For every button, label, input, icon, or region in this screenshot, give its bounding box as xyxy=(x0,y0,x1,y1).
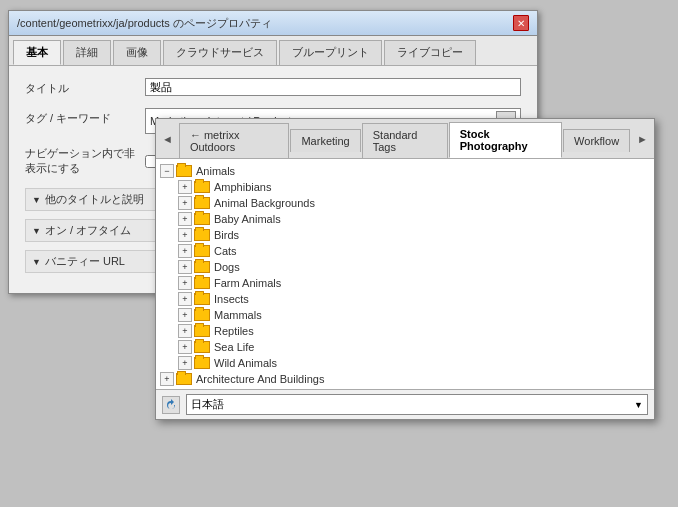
folder-icon-mammals xyxy=(194,309,210,321)
folder-icon-dogs xyxy=(194,261,210,273)
folder-icon-animal-backgrounds xyxy=(194,197,210,209)
expander-arrow: ▼ xyxy=(32,195,41,205)
tree-item-cats[interactable]: + Cats xyxy=(156,243,654,259)
folder-icon-cats xyxy=(194,245,210,257)
folder-icon-insects xyxy=(194,293,210,305)
dialog-titlebar: /content/geometrixx/ja/products のページプロパテ… xyxy=(9,11,537,36)
tree-label-animal-backgrounds: Animal Backgrounds xyxy=(214,197,315,209)
tree-label-animals: Animals xyxy=(196,165,235,177)
tree-label-architecture: Architecture And Buildings xyxy=(196,373,324,385)
expand-reptiles[interactable]: + xyxy=(178,324,192,338)
tree-item-architecture[interactable]: + Architecture And Buildings xyxy=(156,371,654,387)
expand-animal-backgrounds[interactable]: + xyxy=(178,196,192,210)
tab-livecopy[interactable]: ライブコピー xyxy=(384,40,476,65)
expand-cats[interactable]: + xyxy=(178,244,192,258)
language-value: 日本語 xyxy=(191,397,634,412)
tree-item-baby-animals[interactable]: + Baby Animals xyxy=(156,211,654,227)
folder-icon-wild-animals xyxy=(194,357,210,369)
picker-tab-outdoors[interactable]: ← metrixx Outdoors xyxy=(179,123,290,158)
expand-birds[interactable]: + xyxy=(178,228,192,242)
tree-item-mammals[interactable]: + Mammals xyxy=(156,307,654,323)
language-dropdown-arrow: ▼ xyxy=(634,400,643,410)
expand-animals[interactable]: − xyxy=(160,164,174,178)
tree-label-baby-animals: Baby Animals xyxy=(214,213,281,225)
tree-item-reptiles[interactable]: + Reptiles xyxy=(156,323,654,339)
folder-icon-animals xyxy=(176,165,192,177)
dialog-title: /content/geometrixx/ja/products のページプロパテ… xyxy=(17,16,272,31)
tree-item-farm-animals[interactable]: + Farm Animals xyxy=(156,275,654,291)
tree-label-mammals: Mammals xyxy=(214,309,262,321)
refresh-icon xyxy=(165,399,177,411)
tree-label-farm-animals: Farm Animals xyxy=(214,277,281,289)
expand-baby-animals[interactable]: + xyxy=(178,212,192,226)
expand-wild-animals[interactable]: + xyxy=(178,356,192,370)
tree-item-birds[interactable]: + Birds xyxy=(156,227,654,243)
expand-architecture[interactable]: + xyxy=(160,372,174,386)
tree-item-dogs[interactable]: + Dogs xyxy=(156,259,654,275)
vanity-arrow: ▼ xyxy=(32,257,41,267)
tab-detail[interactable]: 詳細 xyxy=(63,40,111,65)
picker-tab-stock[interactable]: Stock Photography xyxy=(449,122,562,158)
tab-basic[interactable]: 基本 xyxy=(13,40,61,65)
tag-label: タグ / キーワード xyxy=(25,108,145,126)
expand-mammals[interactable]: + xyxy=(178,308,192,322)
folder-icon-farm-animals xyxy=(194,277,210,289)
expand-insects[interactable]: + xyxy=(178,292,192,306)
other-title-label: 他のタイトルと説明 xyxy=(45,192,144,207)
tree-label-reptiles: Reptiles xyxy=(214,325,254,337)
close-button[interactable]: ✕ xyxy=(513,15,529,31)
expand-amphibians[interactable]: + xyxy=(178,180,192,194)
tab-blueprint[interactable]: ブループリント xyxy=(279,40,382,65)
refresh-button[interactable] xyxy=(162,396,180,414)
picker-tab-workflow[interactable]: Workflow xyxy=(563,129,630,152)
tree-label-wild-animals: Wild Animals xyxy=(214,357,277,369)
folder-icon-baby-animals xyxy=(194,213,210,225)
title-label: タイトル xyxy=(25,78,145,96)
language-selector[interactable]: 日本語 ▼ xyxy=(186,394,648,415)
tab-image[interactable]: 画像 xyxy=(113,40,161,65)
tree-scroll-area: − Animals + Amphibians + Animal Backgrou… xyxy=(156,159,654,389)
title-input[interactable] xyxy=(145,78,521,96)
title-row: タイトル xyxy=(25,78,521,96)
nav-label: ナビゲーション内で非表示にする xyxy=(25,146,145,176)
tree-container[interactable]: − Animals + Amphibians + Animal Backgrou… xyxy=(156,159,654,389)
folder-icon-amphibians xyxy=(194,181,210,193)
expand-sea-life[interactable]: + xyxy=(178,340,192,354)
picker-tab-standard[interactable]: Standard Tags xyxy=(362,123,448,158)
onoff-label: オン / オフタイム xyxy=(45,223,131,238)
tree-label-dogs: Dogs xyxy=(214,261,240,273)
picker-nav-right[interactable]: ► xyxy=(631,129,654,149)
picker-tab-bar: ◄ ← metrixx Outdoors Marketing Standard … xyxy=(156,119,654,159)
onoff-arrow: ▼ xyxy=(32,226,41,236)
picker-tab-marketing[interactable]: Marketing xyxy=(290,129,360,152)
picker-bottom-bar: 日本語 ▼ xyxy=(156,389,654,419)
folder-icon-sea-life xyxy=(194,341,210,353)
tree-label-insects: Insects xyxy=(214,293,249,305)
tree-label-birds: Birds xyxy=(214,229,239,241)
folder-icon-birds xyxy=(194,229,210,241)
main-tab-bar: 基本 詳細 画像 クラウドサービス ブループリント ライブコピー xyxy=(9,36,537,66)
expand-dogs[interactable]: + xyxy=(178,260,192,274)
folder-icon-architecture xyxy=(176,373,192,385)
tab-cloud[interactable]: クラウドサービス xyxy=(163,40,277,65)
tree-item-animal-backgrounds[interactable]: + Animal Backgrounds xyxy=(156,195,654,211)
vanity-label: バニティー URL xyxy=(45,254,125,269)
tree-item-sea-life[interactable]: + Sea Life xyxy=(156,339,654,355)
tree-item-insects[interactable]: + Insects xyxy=(156,291,654,307)
tree-item-wild-animals[interactable]: + Wild Animals xyxy=(156,355,654,371)
tag-picker-popup: ◄ ← metrixx Outdoors Marketing Standard … xyxy=(155,118,655,420)
expand-farm-animals[interactable]: + xyxy=(178,276,192,290)
picker-nav-left[interactable]: ◄ xyxy=(156,129,179,149)
tree-item-amphibians[interactable]: + Amphibians xyxy=(156,179,654,195)
tree-label-sea-life: Sea Life xyxy=(214,341,254,353)
tree-label-cats: Cats xyxy=(214,245,237,257)
title-control xyxy=(145,78,521,96)
tree-label-amphibians: Amphibians xyxy=(214,181,271,193)
folder-icon-reptiles xyxy=(194,325,210,337)
tree-item-animals[interactable]: − Animals xyxy=(156,163,654,179)
